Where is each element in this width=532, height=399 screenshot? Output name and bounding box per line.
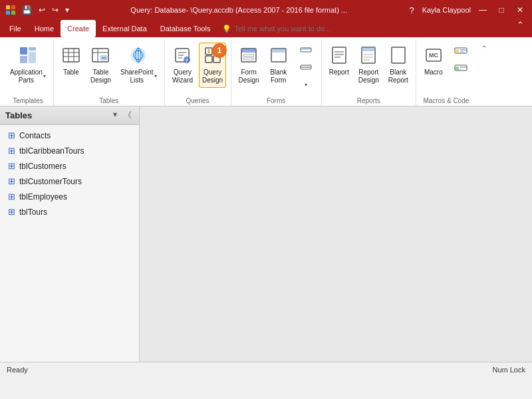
dropdown-qa-btn[interactable]: ▾	[63, 4, 71, 16]
nav-pane-collapse-btn[interactable]: 《	[122, 109, 134, 122]
svg-rect-8	[63, 49, 79, 62]
svg-rect-41	[332, 47, 346, 63]
nav-item-caribbeantours[interactable]: ⊞ tblCaribbeanTours	[0, 143, 139, 158]
menu-bar: File Home Create External Data Database …	[0, 20, 532, 37]
macro-extra-btn[interactable]	[450, 63, 472, 78]
more-forms-2-btn[interactable]	[295, 63, 317, 78]
svg-rect-54	[455, 49, 459, 53]
more-forms-1-icon	[300, 47, 312, 59]
blank-form-icon	[269, 46, 288, 67]
report-label: Report	[329, 68, 349, 76]
menu-create[interactable]: Create	[61, 20, 96, 37]
blank-report-icon	[389, 46, 408, 67]
nav-pane-items: ⊞ Contacts ⊞ tblCaribbeanTours ⊞ tblCust…	[0, 125, 139, 362]
menu-external-data[interactable]: External Data	[96, 20, 154, 37]
svg-rect-38	[301, 48, 311, 50]
table-row-icon: ⊞	[8, 130, 15, 140]
app-parts-btn[interactable]: ApplicationParts▾	[7, 43, 49, 88]
table-icon	[62, 46, 80, 67]
table-btn[interactable]: Table	[58, 43, 84, 80]
table-row-icon-3: ⊞	[8, 161, 15, 171]
more-forms-1-btn[interactable]	[295, 45, 317, 61]
form-design-btn[interactable]: FormDesign	[235, 43, 263, 88]
report-icon	[330, 46, 348, 67]
blank-form-btn[interactable]: BlankForm	[265, 43, 292, 88]
nav-item-contacts[interactable]: ⊞ Contacts	[0, 128, 139, 143]
nav-item-label-2: tblCaribbeanTours	[19, 146, 84, 156]
menu-database-tools[interactable]: Database Tools	[154, 20, 217, 37]
nav-item-label-6: tblTours	[19, 207, 47, 217]
title-bar-left: 💾 ↩ ↪ ▾	[5, 4, 71, 16]
svg-rect-3	[11, 11, 15, 15]
templates-group-label: Templates	[10, 95, 46, 106]
ribbon-collapse-btn[interactable]: ⌃	[511, 20, 529, 37]
minimize-btn[interactable]: —	[476, 5, 489, 15]
macros-group-label: Macros & Code	[420, 95, 471, 106]
svg-rect-1	[11, 5, 15, 9]
report-design-icon	[359, 46, 378, 67]
report-design-btn[interactable]: ReportDesign	[355, 43, 382, 88]
table-row-icon-6: ⊞	[8, 207, 15, 217]
menu-home[interactable]: Home	[28, 20, 61, 37]
sharepoint-lists-icon	[129, 46, 148, 67]
menu-file[interactable]: File	[3, 20, 28, 37]
svg-rect-36	[271, 49, 286, 53]
undo-qa-btn[interactable]: ↩	[37, 4, 47, 16]
nav-item-tours[interactable]: ⊞ tblTours	[0, 204, 139, 219]
svg-rect-27	[205, 56, 212, 63]
query-design-label: QueryDesign	[202, 68, 223, 84]
svg-rect-5	[29, 47, 36, 51]
table-design-icon	[91, 46, 110, 67]
nav-item-employees[interactable]: ⊞ tblEmployees	[0, 189, 139, 204]
close-btn[interactable]: ✕	[513, 5, 527, 15]
user-name: Kayla Claypool	[422, 6, 471, 14]
collapse-icon: ⌃	[481, 45, 487, 52]
svg-rect-0	[6, 5, 10, 9]
tell-me-input[interactable]	[234, 25, 367, 33]
redo-qa-btn[interactable]: ↪	[50, 4, 61, 16]
nav-pane-controls: ▾ 《	[111, 109, 134, 122]
sharepoint-lists-label: SharePointLists▾	[120, 68, 156, 84]
query-design-btn[interactable]: QueryDesign 1	[199, 43, 226, 88]
svg-rect-34	[243, 58, 254, 60]
title-bar: 💾 ↩ ↪ ▾ Query: Database- \Query.accdb (A…	[0, 0, 532, 20]
query-design-badge: 1	[212, 43, 227, 58]
nav-item-customertours[interactable]: ⊞ tblCustomerTours	[0, 174, 139, 189]
sharepoint-lists-btn[interactable]: SharePointLists▾	[117, 43, 160, 88]
svg-rect-6	[20, 56, 27, 63]
svg-rect-7	[29, 52, 36, 63]
status-right: Num Lock	[492, 366, 525, 374]
table-row-icon-4: ⊞	[8, 176, 15, 186]
nav-pane-title: Tables	[5, 110, 32, 120]
blank-report-btn[interactable]: BlankReport	[385, 43, 412, 88]
svg-text:?: ?	[186, 59, 188, 63]
blank-report-label: BlankReport	[388, 68, 408, 84]
ribbon-collapse-arrow-btn[interactable]: ⌃	[479, 43, 489, 54]
query-wizard-btn[interactable]: ? QueryWizard	[169, 43, 196, 88]
macro-vba-btn[interactable]	[450, 45, 472, 61]
query-wizard-label: QueryWizard	[172, 68, 193, 84]
macro-btn[interactable]: MC Macro	[420, 43, 447, 80]
help-btn[interactable]: ?	[406, 5, 416, 15]
maximize-btn[interactable]: □	[495, 5, 508, 15]
macro-label: Macro	[424, 68, 443, 76]
ribbon-group-templates: ApplicationParts▾ Templates	[3, 40, 54, 106]
ribbon: ApplicationParts▾ Templates	[0, 37, 532, 106]
more-forms-2-icon	[300, 65, 312, 76]
table-design-btn[interactable]: TableDesign	[87, 43, 114, 88]
svg-rect-46	[362, 47, 375, 51]
status-left: Ready	[7, 366, 28, 374]
report-btn[interactable]: Report	[326, 43, 352, 80]
nav-pane-search-btn[interactable]: ▾	[111, 109, 119, 122]
window-title: Query: Database- \Query.accdb (Access 20…	[71, 6, 406, 14]
more-forms-dropdown-btn[interactable]: ▾	[295, 80, 317, 90]
svg-rect-4	[20, 47, 27, 55]
ribbon-group-forms: FormDesign BlankForm	[231, 40, 322, 106]
nav-item-label-5: tblEmployees	[19, 192, 67, 201]
tables-group-label: Tables	[96, 95, 121, 106]
nav-item-customers[interactable]: ⊞ tblCustomers	[0, 158, 139, 174]
svg-rect-32	[241, 49, 256, 53]
save-qa-btn[interactable]: 💾	[20, 4, 34, 16]
svg-rect-56	[460, 51, 464, 53]
ribbon-group-queries: ? QueryWizard	[165, 40, 231, 106]
